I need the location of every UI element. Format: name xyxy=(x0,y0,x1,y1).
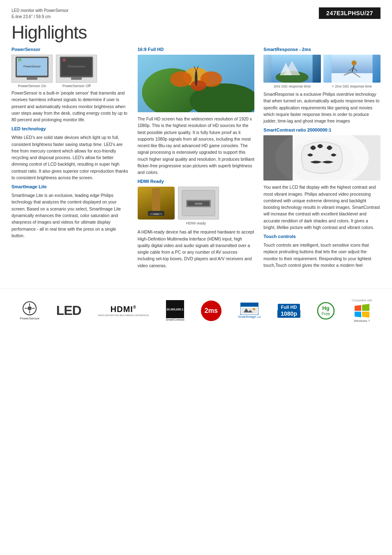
svg-point-17 xyxy=(190,81,206,91)
page-title: Highlights xyxy=(0,20,392,47)
smartresponse-text: SmartResponse is a exclusive Philips ove… xyxy=(263,91,380,124)
svg-rect-45 xyxy=(263,135,293,180)
hdmi-caption: HDMI ready xyxy=(138,221,255,225)
svg-point-47 xyxy=(28,306,32,310)
section-smartimage: SmartImage Lite SmartImage Lite is an ex… xyxy=(12,184,129,239)
2ms-logo-circle: 2ms xyxy=(201,301,221,321)
fullhd-title: 16:9 Full HD xyxy=(138,47,255,52)
section-smartcontrast: SmartContrast ratio 20000000:1 xyxy=(263,127,380,231)
smartresponse-images xyxy=(263,55,380,83)
model-number: 247E3LPHSU/27 xyxy=(319,7,380,19)
powersensor-title: PowerSensor xyxy=(12,47,129,52)
hdmi-logo-text: HDMI® xyxy=(111,305,136,314)
logo-windows7: Compatible with Windows 7 xyxy=(352,299,372,323)
ps-logo-label: PowerSensor xyxy=(20,317,39,320)
ps-logo-group: PowerSensor xyxy=(20,301,39,320)
svg-point-20 xyxy=(195,70,197,86)
zebra-svg xyxy=(263,135,380,180)
ps-off-image: PowerSensor PowerSensor Off xyxy=(56,55,97,88)
hdmi-logo-sub: HIGH-DEFINITION MULTIMEDIA INTERFACE xyxy=(98,314,149,317)
sr-img-2 xyxy=(323,55,380,83)
powersensor-images: PowerSensor ● PowerSensor On xyxy=(12,55,129,88)
sc-logo-label: SmartContrast xyxy=(166,318,184,321)
sr-img-1-svg xyxy=(263,55,321,83)
led-text: White LED's are solid state devices whic… xyxy=(12,134,129,181)
svg-point-57 xyxy=(253,308,255,310)
fullhd-logo-badge: Full HD xyxy=(278,304,300,310)
logo-hdmi: HDMI® HIGH-DEFINITION MULTIMEDIA INTERFA… xyxy=(98,305,149,317)
smartcontrast-text: You want the LCD flat display with the h… xyxy=(263,184,380,231)
svg-rect-8 xyxy=(71,77,82,80)
svg-point-16 xyxy=(170,71,192,87)
hdmi-title: HDMI Ready xyxy=(138,179,255,184)
ps-on-image: PowerSensor ● PowerSensor On xyxy=(12,55,53,88)
win7-logo-svg xyxy=(353,303,371,319)
product-line: LED monitor with PowerSensor xyxy=(12,7,69,14)
page: LED monitor with PowerSensor E-line 23.6… xyxy=(0,0,392,555)
svg-point-35 xyxy=(351,60,356,65)
hdmi-port-img: HDMI xyxy=(178,187,219,220)
logo-led: LED xyxy=(56,303,81,318)
sr-img-2-svg xyxy=(323,55,380,83)
led-logo-text: LED xyxy=(56,303,81,318)
fullhd-logo-group: Full HD 1080p xyxy=(277,304,300,318)
logo-bar: PowerSensor LED HDMI® HIGH-DEFINITION MU… xyxy=(0,289,392,329)
touch-controls-text: Touch controls are intelligent, touch se… xyxy=(263,242,380,268)
svg-rect-2 xyxy=(27,77,37,80)
hgfree-logo-svg: Hg Free xyxy=(317,302,335,320)
section-touch-controls: Touch controls Touch controls are intell… xyxy=(263,234,380,268)
sc-logo-group: 20,000,000:1 SmartContrast xyxy=(166,300,184,321)
svg-text:PowerSensor: PowerSensor xyxy=(68,65,85,68)
butterfly-svg xyxy=(138,55,255,112)
sc-logo-box: 20,000,000:1 xyxy=(166,300,184,318)
hg-logo-group: Hg Free xyxy=(317,302,335,320)
svg-rect-21 xyxy=(152,188,160,211)
sr-img-1 xyxy=(263,55,321,83)
svg-rect-34 xyxy=(331,73,372,83)
section-smartresponse: SmartResponse - 2ms xyxy=(263,47,380,124)
model-line: E-line 23.6" / 59.9 cm xyxy=(12,14,69,20)
ps-on-img-box: PowerSensor ● xyxy=(12,55,53,83)
svg-text:●: ● xyxy=(19,59,20,62)
ps-on-svg: PowerSensor ● xyxy=(14,56,51,81)
smartcontrast-title: SmartContrast ratio 20000000:1 xyxy=(263,127,380,132)
logo-smartimage-lite: SmartImage Lite xyxy=(238,303,261,319)
smartimage-title: SmartImage Lite xyxy=(12,184,129,189)
smartimage-logo-group: SmartImage Lite xyxy=(238,303,261,319)
fullhd-text: The Full HD screen has the widescreen re… xyxy=(138,116,255,176)
section-led: LED technology White LED's are solid sta… xyxy=(12,126,129,181)
hdmi-cable-svg: HDMI xyxy=(140,188,173,218)
ps-on-caption: PowerSensor On xyxy=(18,84,46,88)
ps-off-img-box: PowerSensor xyxy=(56,55,97,83)
win-logo-group: Compatible with Windows 7 xyxy=(352,299,372,323)
hdmi-images: HDMI HDMI xyxy=(138,187,255,220)
svg-text:PowerSensor: PowerSensor xyxy=(23,65,41,68)
svg-point-10 xyxy=(62,58,66,62)
fullhd-image xyxy=(138,55,255,112)
column-3: SmartResponse - 2ms xyxy=(263,47,380,272)
sr-cap-2: > 2ms GtG response time xyxy=(323,84,380,88)
svg-text:HDMI: HDMI xyxy=(195,202,202,205)
svg-text:Hg: Hg xyxy=(323,305,330,311)
touch-controls-title: Touch controls xyxy=(263,234,380,239)
ps-off-caption: PowerSensor Off xyxy=(62,84,90,88)
hdmi-cable-img: HDMI xyxy=(138,187,175,220)
logo-hg-free: Hg Free xyxy=(317,302,335,320)
svg-text:Free: Free xyxy=(322,312,330,316)
logo-smartcontrast: 20,000,000:1 SmartContrast xyxy=(166,300,184,321)
sc-logo-number: 20,000,000:1 xyxy=(166,308,183,311)
win-compatible-label: Compatible with xyxy=(352,299,372,302)
section-hdmi: HDMI Ready HDMI xyxy=(138,179,255,269)
page-header: LED monitor with PowerSensor E-line 23.6… xyxy=(0,0,392,20)
column-2: 16:9 Full HD xyxy=(138,47,255,272)
hdmi-text: A HDMI-ready device has all the required… xyxy=(138,229,255,269)
smartresponse-captions: 2ms GtG response time > 2ms GtG response… xyxy=(263,84,380,88)
main-columns: PowerSensor PowerSensor ● xyxy=(0,47,392,272)
powersensor-logo-svg xyxy=(22,301,37,316)
sr-cap-1: 2ms GtG response time xyxy=(263,84,321,88)
smartimage-logo-label: SmartImage Lite xyxy=(238,315,261,319)
win7-label: Windows 7 xyxy=(354,319,370,323)
2ms-logo-text: 2ms xyxy=(205,308,218,314)
powersensor-text: PowerSensor is a built-in 'people sensor… xyxy=(12,90,129,123)
svg-rect-54 xyxy=(240,305,258,307)
